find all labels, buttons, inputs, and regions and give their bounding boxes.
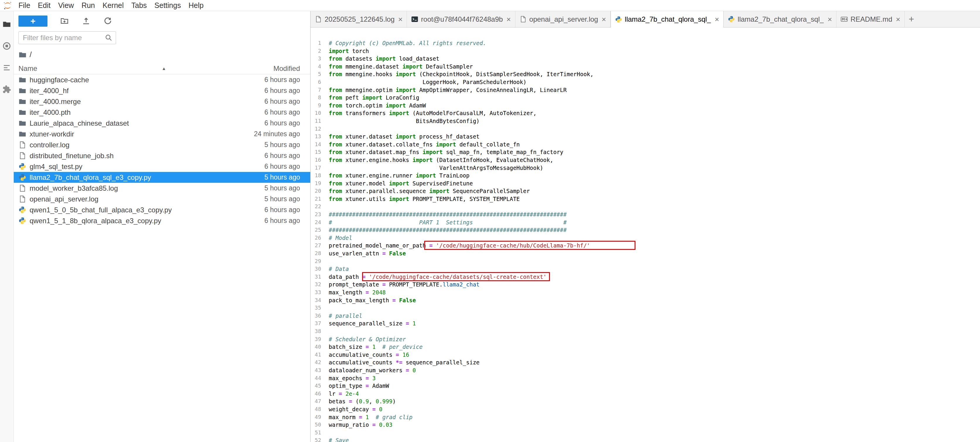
filter-input[interactable] <box>23 34 105 42</box>
menu-run[interactable]: Run <box>78 0 99 11</box>
code-text[interactable]: dataloader_num_workers = 0 <box>329 366 416 374</box>
code-text[interactable]: # Save <box>329 436 349 442</box>
code-text[interactable]: sequence_parallel_size = 1 <box>329 320 416 328</box>
tab[interactable]: llama2_7b_chat_qlora_sql_…× <box>724 11 837 27</box>
file-row[interactable]: distributed_finetune_job.sh6 hours ago <box>14 150 310 161</box>
code-text[interactable]: data_path = '/code/huggingface-cache/dat… <box>329 273 547 281</box>
new-folder-button[interactable] <box>60 16 69 26</box>
code-text[interactable]: # PART 1 Settings # <box>329 218 566 226</box>
menu-edit[interactable]: Edit <box>34 0 54 11</box>
new-launcher-button[interactable]: + <box>19 16 48 27</box>
close-icon[interactable]: × <box>398 16 402 23</box>
table-of-contents-icon[interactable] <box>2 63 11 72</box>
code-text[interactable]: # Scheduler & Optimizer <box>329 335 406 343</box>
code-text[interactable]: from datasets import load_dataset <box>329 55 439 63</box>
close-icon[interactable]: × <box>715 16 719 23</box>
file-row[interactable]: qwen1_5_0_5b_chat_full_alpaca_e3_copy.py… <box>14 204 310 215</box>
code-text[interactable]: from xtuner.model import SupervisedFinet… <box>329 180 473 188</box>
close-icon[interactable]: × <box>828 16 832 23</box>
code-text[interactable]: warmup_ratio = 0.03 <box>329 421 392 429</box>
menu-view[interactable]: View <box>54 0 78 11</box>
code-text[interactable]: accumulative_counts = 16 <box>329 351 409 359</box>
code-text[interactable]: from mmengine.optim import AmpOptimWrapp… <box>329 86 566 94</box>
code-editor[interactable]: 1# Copyright (c) OpenMMLab. All rights r… <box>310 27 980 442</box>
column-modified[interactable]: Modified <box>274 64 300 73</box>
code-text[interactable]: from peft import LoraConfig <box>329 94 419 102</box>
code-text[interactable]: max_norm = 1 # grad clip <box>329 413 412 421</box>
sort-caret-icon[interactable]: ▲ <box>162 66 166 71</box>
code-text[interactable]: from xtuner.parallel.sequence import Seq… <box>329 187 530 195</box>
code-text[interactable]: accumulative_counts *= sequence_parallel… <box>329 359 480 366</box>
code-text[interactable] <box>329 258 332 266</box>
menu-settings[interactable]: Settings <box>151 0 185 11</box>
code-text[interactable]: batch_size = 1 # per_device <box>329 343 422 351</box>
code-text[interactable]: betas = (0.9, 0.999) <box>329 397 396 405</box>
code-text[interactable]: from xtuner.engine.hooks import (Dataset… <box>329 156 553 164</box>
code-text[interactable]: from mmengine.dataset import DefaultSamp… <box>329 63 473 71</box>
tab[interactable]: root@u78f4044f76248a9b× <box>407 11 515 27</box>
code-text[interactable]: from xtuner.dataset import process_hf_da… <box>329 133 480 141</box>
code-text[interactable]: from xtuner.dataset.map_fns import sql_m… <box>329 148 563 156</box>
code-text[interactable]: from xtuner.dataset.collate_fns import d… <box>329 141 520 148</box>
code-text[interactable]: from mmengine.hooks import (CheckpointHo… <box>329 70 593 78</box>
upload-button[interactable] <box>81 16 91 26</box>
close-icon[interactable]: × <box>601 16 606 23</box>
code-text[interactable] <box>329 328 332 335</box>
code-text[interactable]: LoggerHook, ParamSchedulerHook) <box>329 78 527 86</box>
file-row[interactable]: iter_4000.pth6 hours ago <box>14 107 310 118</box>
code-text[interactable]: use_varlen_attn = False <box>329 250 406 258</box>
code-text[interactable]: import torch <box>329 47 369 55</box>
extension-manager-icon[interactable] <box>2 85 11 94</box>
code-text[interactable]: weight_decay = 0 <box>329 405 382 413</box>
file-row[interactable]: model_worker_b3afca85.log5 hours ago <box>14 183 310 194</box>
file-row[interactable]: controller.log5 hours ago <box>14 140 310 150</box>
close-icon[interactable]: × <box>506 16 511 23</box>
code-text[interactable]: # parallel <box>329 312 362 320</box>
menu-help[interactable]: Help <box>185 0 207 11</box>
code-text[interactable]: max_epochs = 3 <box>329 374 375 382</box>
code-text[interactable] <box>329 304 332 312</box>
code-text[interactable]: VarlenAttnArgsToMessageHubHook) <box>329 164 543 172</box>
file-row[interactable]: xtuner-workdir24 minutes ago <box>14 129 310 140</box>
file-row[interactable]: qwen1_5_1_8b_qlora_alpaca_e3_copy.py6 ho… <box>14 215 310 226</box>
code-text[interactable] <box>329 125 332 133</box>
tab[interactable]: README.md× <box>837 11 905 27</box>
refresh-button[interactable] <box>103 16 113 26</box>
code-text[interactable] <box>329 203 332 211</box>
code-text[interactable]: from transformers import (AutoModelForCa… <box>329 109 536 117</box>
close-icon[interactable]: × <box>896 16 900 23</box>
file-row[interactable]: huggingface-cache6 hours ago <box>14 75 310 85</box>
file-browser-icon[interactable] <box>2 20 11 29</box>
tab[interactable]: 20250525_122645.log× <box>310 11 407 27</box>
code-text[interactable]: from xtuner.engine.runner import TrainLo… <box>329 172 469 180</box>
code-text[interactable]: # Copyright (c) OpenMMLab. All rights re… <box>329 39 486 47</box>
running-kernels-icon[interactable] <box>2 41 11 50</box>
code-text[interactable]: from torch.optim import AdamW <box>329 102 426 110</box>
file-row[interactable]: Laurie_alpaca_chinese_dataset6 hours ago <box>14 118 310 129</box>
tab[interactable]: openai_api_server.log× <box>515 11 611 27</box>
code-text[interactable]: optim_type = AdamW <box>329 382 389 390</box>
column-name[interactable]: Name <box>19 64 37 73</box>
code-text[interactable]: max_length = 2048 <box>329 288 386 296</box>
code-text[interactable]: # Data <box>329 265 349 273</box>
code-text[interactable] <box>329 429 332 437</box>
code-text[interactable]: ########################################… <box>329 211 566 218</box>
menu-tabs[interactable]: Tabs <box>127 0 151 11</box>
code-text[interactable]: # Model <box>329 234 352 242</box>
breadcrumb-folder-icon[interactable] <box>19 51 27 59</box>
file-row[interactable]: llama2_7b_chat_qlora_sql_e3_copy.py5 hou… <box>14 172 310 183</box>
file-row[interactable]: openai_api_server.log5 hours ago <box>14 194 310 204</box>
code-text[interactable]: from xtuner.utils import PROMPT_TEMPLATE… <box>329 195 520 203</box>
code-text[interactable]: pack_to_max_length = False <box>329 296 416 304</box>
code-text[interactable]: prompt_template = PROMPT_TEMPLATE.llama2… <box>329 281 480 288</box>
file-row[interactable]: iter_4000_hf6 hours ago <box>14 85 310 96</box>
code-text[interactable]: ########################################… <box>329 226 566 234</box>
code-text[interactable]: pretrained_model_name_or_path = '/code/h… <box>329 242 590 250</box>
code-text[interactable]: lr = 2e-4 <box>329 390 359 398</box>
add-tab-button[interactable]: + <box>905 11 918 27</box>
menu-file[interactable]: File <box>15 0 34 11</box>
file-row[interactable]: iter_4000.merge6 hours ago <box>14 96 310 107</box>
menu-kernel[interactable]: Kernel <box>99 0 127 11</box>
code-text[interactable]: BitsAndBytesConfig) <box>329 117 480 125</box>
breadcrumb-root[interactable]: / <box>30 50 32 59</box>
